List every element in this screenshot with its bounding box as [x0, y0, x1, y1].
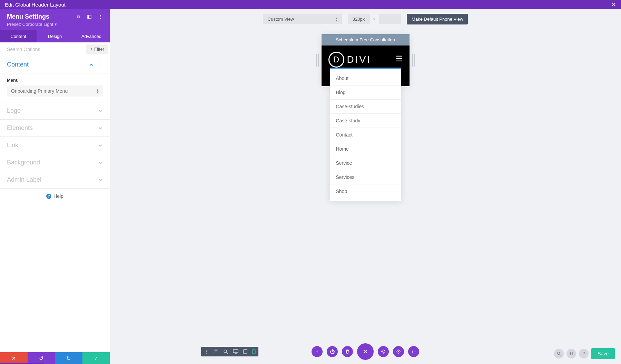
svg-rect-3 [88, 15, 89, 19]
svg-rect-12 [253, 350, 255, 354]
preview-navbar: D DIVI ☰ About Blog Case-studies Case-st… [322, 46, 410, 86]
resize-handle-right[interactable] [412, 54, 415, 67]
menu-item[interactable]: Service [330, 156, 401, 170]
canvas: Custom View ▴▾ × Make Default Phone View… [110, 9, 621, 364]
bottom-toolbar: ⋮ + ⏻ ✕ ↓↑ [312, 343, 419, 360]
view-select[interactable]: Custom View ▴▾ [263, 14, 342, 24]
chevron-down-icon [98, 143, 103, 148]
menu-field-label: Menu [0, 73, 110, 85]
tab-content[interactable]: Content [0, 30, 37, 42]
undo-button[interactable]: ↺ [28, 352, 55, 364]
menu-item[interactable]: Blog [330, 85, 401, 100]
history-button[interactable] [393, 346, 404, 357]
height-input[interactable] [379, 14, 401, 24]
search-row: + Filter [0, 42, 110, 56]
resize-handle-left[interactable] [316, 54, 319, 67]
menu-item[interactable]: Contact [330, 128, 401, 142]
chevron-down-icon [98, 126, 103, 131]
menu-item[interactable]: Case-studies [330, 100, 401, 114]
top-bar: Edit Global Header Layout ✕ [0, 0, 621, 9]
tab-advanced[interactable]: Advanced [73, 30, 110, 42]
section-elements[interactable]: Elements [0, 120, 110, 137]
menu-item[interactable]: Home [330, 142, 401, 156]
help-button[interactable]: ? [579, 349, 589, 358]
more-icon[interactable]: ⋮ [97, 61, 103, 68]
hamburger-icon[interactable]: ☰ [396, 54, 403, 63]
progress-fill [0, 363, 44, 364]
settings-button[interactable] [378, 346, 389, 357]
dropdown-menu: About Blog Case-studies Case-study Conta… [330, 68, 401, 201]
svg-point-13 [383, 351, 384, 352]
svg-rect-5 [216, 350, 218, 351]
svg-rect-4 [214, 350, 216, 351]
filter-button[interactable]: + Filter [86, 44, 108, 54]
svg-line-8 [226, 352, 228, 354]
panel-icon[interactable] [87, 14, 92, 19]
tab-design[interactable]: Design [37, 30, 73, 42]
section-admin-label[interactable]: Admin Label [0, 171, 110, 189]
search-button[interactable] [554, 349, 564, 358]
menu-item[interactable]: Shop [330, 184, 401, 198]
wireframe-icon[interactable] [214, 349, 218, 354]
svg-point-1 [78, 17, 79, 17]
sidebar-header: Menu Settings ⋮ Preset: Corporate Light … [0, 9, 110, 30]
delete-button[interactable] [342, 346, 353, 357]
phone-icon[interactable] [252, 349, 256, 354]
device-group: ⋮ [201, 347, 258, 356]
menu-select[interactable]: Onboarding Primary Menu ▴▾ [7, 85, 103, 97]
chevron-down-icon [98, 109, 103, 113]
viewport-bar: Custom View ▴▾ × Make Default Phone View [110, 9, 621, 29]
progress-track [0, 363, 21, 364]
svg-point-7 [224, 350, 227, 353]
logo[interactable]: D DIVI [328, 52, 371, 68]
sidebar-bottom-actions: ✕ ↺ ↻ ✓ [0, 352, 110, 364]
logo-icon: D [328, 52, 344, 68]
zoom-icon[interactable] [223, 349, 228, 354]
preset-label[interactable]: Preset: Corporate Light ▾ [7, 22, 103, 27]
make-default-button[interactable]: Make Default Phone View [407, 14, 468, 24]
more-icon[interactable]: ⋮ [204, 349, 209, 354]
power-button[interactable]: ⏻ [327, 346, 338, 357]
close-panel-button[interactable]: ✕ [357, 343, 374, 360]
layers-button[interactable] [566, 349, 576, 358]
add-button[interactable]: + [312, 346, 323, 357]
right-bottom-actions: ? Save [554, 348, 615, 359]
tablet-icon[interactable] [243, 349, 247, 354]
section-content[interactable]: Content ⋮ [0, 56, 110, 73]
dimension-x: × [373, 17, 376, 22]
chevron-down-icon [98, 178, 103, 182]
help-button[interactable]: ? Help [0, 189, 110, 204]
chevron-up-icon [89, 62, 94, 67]
sidebar-title: Menu Settings [7, 13, 49, 20]
menu-item[interactable]: Services [330, 170, 401, 184]
select-arrows-icon: ▴▾ [97, 89, 99, 93]
top-bar-title: Edit Global Header Layout [5, 2, 66, 8]
width-input[interactable] [348, 14, 370, 24]
more-icon[interactable]: ⋮ [98, 14, 103, 20]
save-button[interactable]: Save [591, 348, 615, 359]
discard-button[interactable]: ✕ [0, 352, 28, 364]
search-input[interactable] [7, 47, 86, 52]
menu-option-block: Menu Onboarding Primary Menu ▴▾ [0, 73, 110, 102]
help-icon: ? [46, 194, 51, 199]
redo-button[interactable]: ↻ [55, 352, 82, 364]
tabs: Content Design Advanced [0, 30, 110, 42]
svg-point-15 [558, 352, 560, 355]
confirm-button[interactable]: ✓ [82, 352, 110, 364]
logo-text: DIVI [347, 54, 371, 65]
phone-preview: Schedule a Free Consultation D DIVI ☰ Ab… [322, 34, 410, 86]
desktop-icon[interactable] [233, 349, 238, 354]
close-icon[interactable]: ✕ [133, 1, 616, 8]
svg-rect-6 [214, 352, 218, 353]
svg-rect-9 [233, 350, 238, 353]
section-logo[interactable]: Logo [0, 102, 110, 120]
section-link[interactable]: Link [0, 137, 110, 154]
menu-item[interactable]: About [330, 71, 401, 85]
sort-button[interactable]: ↓↑ [408, 346, 419, 357]
expand-icon[interactable] [76, 14, 81, 19]
svg-line-16 [560, 354, 561, 355]
menu-item[interactable]: Case-study [330, 114, 401, 128]
cta-bar[interactable]: Schedule a Free Consultation [322, 34, 410, 46]
chevron-down-icon [98, 160, 103, 165]
section-background[interactable]: Background [0, 154, 110, 171]
